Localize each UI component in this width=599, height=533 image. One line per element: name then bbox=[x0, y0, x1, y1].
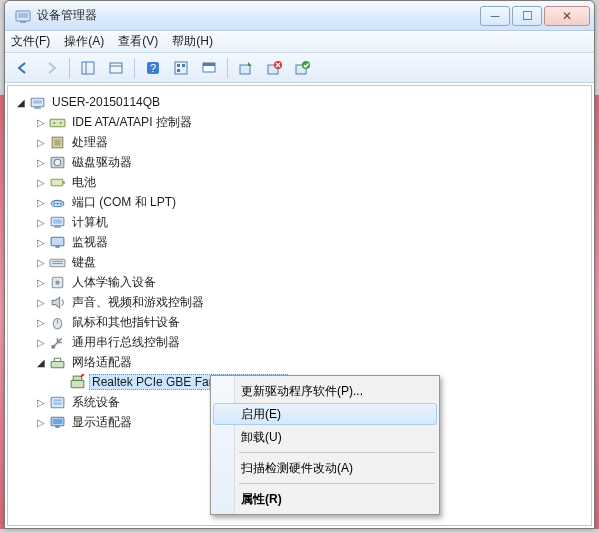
collapse-toggle[interactable]: ◢ bbox=[34, 357, 48, 368]
battery-icon bbox=[49, 174, 66, 191]
menu-file[interactable]: 文件(F) bbox=[11, 33, 50, 50]
tree-node-cpu[interactable]: ▷处理器 bbox=[10, 132, 587, 152]
toolbar: ? bbox=[5, 53, 594, 83]
menu-action[interactable]: 操作(A) bbox=[64, 33, 104, 50]
tree-node-sound[interactable]: ▷声音、视频和游戏控制器 bbox=[10, 292, 587, 312]
expand-toggle[interactable]: ▷ bbox=[34, 297, 48, 308]
ctx-properties[interactable]: 属性(R) bbox=[213, 487, 437, 511]
tree-node-battery[interactable]: ▷电池 bbox=[10, 172, 587, 192]
tree-node-net[interactable]: ◢网络适配器 bbox=[10, 352, 587, 372]
close-button[interactable]: ✕ bbox=[544, 6, 590, 26]
view-button[interactable] bbox=[197, 56, 221, 80]
expand-toggle[interactable]: ▷ bbox=[34, 197, 48, 208]
root-icon bbox=[29, 94, 46, 111]
tree-node-ide[interactable]: ▷IDE ATA/ATAPI 控制器 bbox=[10, 112, 587, 132]
tree-root-node[interactable]: ◢USER-20150114QB bbox=[10, 92, 587, 112]
ide-icon bbox=[49, 114, 66, 131]
maximize-button[interactable]: ☐ bbox=[512, 6, 542, 26]
tree-node-usb[interactable]: ▷通用串行总线控制器 bbox=[10, 332, 587, 352]
tree-node-label: 键盘 bbox=[69, 253, 99, 272]
ctx-update-driver-label: 更新驱动程序软件(P)... bbox=[241, 383, 363, 400]
net-icon bbox=[49, 354, 66, 371]
svg-rect-42 bbox=[55, 245, 59, 247]
expand-toggle[interactable]: ▷ bbox=[34, 257, 48, 268]
svg-point-31 bbox=[54, 159, 60, 165]
tree-node-disk[interactable]: ▷磁盘驱动器 bbox=[10, 152, 587, 172]
svg-rect-51 bbox=[51, 361, 64, 367]
ctx-scan-hardware[interactable]: 扫描检测硬件改动(A) bbox=[213, 456, 437, 480]
svg-rect-24 bbox=[34, 106, 40, 108]
expand-toggle[interactable]: ▷ bbox=[34, 157, 48, 168]
tree-node-label: 显示适配器 bbox=[69, 413, 135, 432]
computer-icon bbox=[49, 214, 66, 231]
back-button[interactable] bbox=[11, 56, 35, 80]
expand-toggle[interactable]: ▷ bbox=[34, 117, 48, 128]
tree-node-hid[interactable]: ▷人体学输入设备 bbox=[10, 272, 587, 292]
svg-point-35 bbox=[53, 202, 55, 204]
properties-button[interactable] bbox=[104, 56, 128, 80]
uninstall-button[interactable] bbox=[262, 56, 286, 80]
scan-hardware-button[interactable] bbox=[290, 56, 314, 80]
tree-node-monitor[interactable]: ▷监视器 bbox=[10, 232, 587, 252]
expand-toggle[interactable]: ▷ bbox=[34, 317, 48, 328]
sound-icon bbox=[49, 294, 66, 311]
svg-rect-5 bbox=[110, 63, 122, 73]
ctx-update-driver[interactable]: 更新驱动程序软件(P)... bbox=[213, 379, 437, 403]
tree-node-mouse[interactable]: ▷鼠标和其他指针设备 bbox=[10, 312, 587, 332]
expand-toggle[interactable]: ▷ bbox=[34, 137, 48, 148]
tree-node-label: 端口 (COM 和 LPT) bbox=[69, 193, 179, 212]
svg-rect-14 bbox=[203, 63, 215, 66]
show-hide-tree-button[interactable] bbox=[76, 56, 100, 80]
tree-node-label: 监视器 bbox=[69, 233, 111, 252]
minimize-button[interactable]: ─ bbox=[480, 6, 510, 26]
expand-toggle[interactable]: ▷ bbox=[34, 397, 48, 408]
tree-node-label: 鼠标和其他指针设备 bbox=[69, 313, 183, 332]
tree-node-label: IDE ATA/ATAPI 控制器 bbox=[69, 113, 195, 132]
ctx-properties-label: 属性(R) bbox=[241, 491, 282, 508]
expand-toggle[interactable]: ▷ bbox=[34, 217, 48, 228]
svg-point-27 bbox=[60, 121, 62, 123]
tree-node-label: 计算机 bbox=[69, 213, 111, 232]
svg-rect-33 bbox=[63, 181, 65, 183]
svg-rect-1 bbox=[18, 13, 28, 18]
window-title: 设备管理器 bbox=[37, 7, 480, 24]
tree-node-label: 处理器 bbox=[69, 133, 111, 152]
ctx-scan-label: 扫描检测硬件改动(A) bbox=[241, 460, 353, 477]
window-buttons: ─ ☐ ✕ bbox=[480, 6, 590, 26]
mouse-icon bbox=[49, 314, 66, 331]
help-button[interactable]: ? bbox=[141, 56, 165, 80]
refresh-button[interactable] bbox=[169, 56, 193, 80]
titlebar[interactable]: 设备管理器 ─ ☐ ✕ bbox=[5, 1, 594, 31]
ctx-uninstall-label: 卸载(U) bbox=[241, 429, 282, 446]
ctx-enable[interactable]: 启用(E) bbox=[213, 403, 437, 425]
update-driver-button[interactable] bbox=[234, 56, 258, 80]
collapse-toggle[interactable]: ◢ bbox=[14, 97, 28, 108]
svg-rect-11 bbox=[182, 64, 185, 67]
svg-rect-3 bbox=[82, 62, 94, 74]
tree-node-label: 人体学输入设备 bbox=[69, 273, 159, 292]
forward-button[interactable] bbox=[39, 56, 63, 80]
tree-node-label: 网络适配器 bbox=[69, 353, 135, 372]
toolbar-separator bbox=[69, 58, 70, 78]
svg-rect-59 bbox=[53, 418, 63, 423]
display-icon bbox=[49, 414, 66, 431]
expand-toggle[interactable]: ▷ bbox=[34, 237, 48, 248]
svg-rect-57 bbox=[53, 402, 62, 404]
context-menu-separator bbox=[239, 452, 435, 453]
tree-node-label: USER-20150114QB bbox=[49, 94, 163, 110]
menu-help[interactable]: 帮助(H) bbox=[172, 33, 213, 50]
menu-view[interactable]: 查看(V) bbox=[118, 33, 158, 50]
tree-node-keyboard[interactable]: ▷键盘 bbox=[10, 252, 587, 272]
svg-rect-29 bbox=[54, 139, 60, 145]
toolbar-separator bbox=[134, 58, 135, 78]
tree-node-port[interactable]: ▷端口 (COM 和 LPT) bbox=[10, 192, 587, 212]
ctx-uninstall[interactable]: 卸载(U) bbox=[213, 425, 437, 449]
expand-toggle[interactable]: ▷ bbox=[34, 417, 48, 428]
tree-node-label: 声音、视频和游戏控制器 bbox=[69, 293, 207, 312]
tree-node-computer[interactable]: ▷计算机 bbox=[10, 212, 587, 232]
expand-toggle[interactable]: ▷ bbox=[34, 177, 48, 188]
expand-toggle[interactable]: ▷ bbox=[34, 277, 48, 288]
expand-toggle[interactable]: ▷ bbox=[34, 337, 48, 348]
svg-rect-2 bbox=[20, 21, 26, 23]
svg-rect-10 bbox=[177, 64, 180, 67]
